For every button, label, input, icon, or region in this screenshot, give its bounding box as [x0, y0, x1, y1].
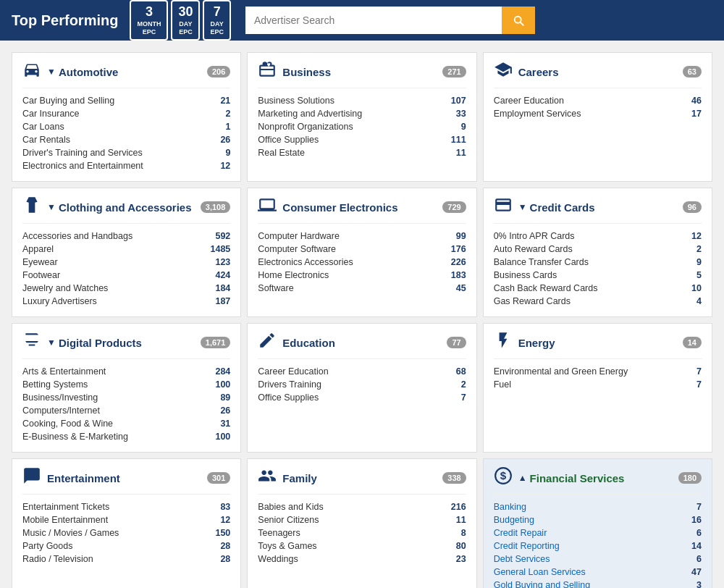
- sub-item[interactable]: Computer Hardware 99: [258, 230, 466, 243]
- sub-item[interactable]: Real Estate 11: [258, 146, 466, 159]
- sub-item[interactable]: Car Insurance 2: [22, 107, 230, 120]
- sub-item[interactable]: Business/Investing 89: [22, 391, 230, 404]
- sub-item-name: Apparel: [22, 244, 54, 254]
- sub-item[interactable]: Teenagers 8: [258, 526, 466, 539]
- sub-item[interactable]: E-Business & E-Marketing 100: [22, 430, 230, 443]
- sub-item[interactable]: Business Solutions 107: [258, 94, 466, 107]
- sub-item-name: Luxury Advertisers: [22, 296, 97, 306]
- sub-item[interactable]: Drivers Training 2: [258, 378, 466, 391]
- search-input[interactable]: [245, 7, 502, 34]
- sub-item[interactable]: Music / Movies / Games 150: [22, 526, 230, 539]
- sub-item[interactable]: Marketing and Advertising 33: [258, 107, 466, 120]
- sub-item[interactable]: Babies and Kids 216: [258, 500, 466, 513]
- sub-item[interactable]: Home Electronics 183: [258, 269, 466, 282]
- sub-item-count: 100: [209, 379, 230, 390]
- sub-item-count: 7: [680, 379, 702, 390]
- sub-item-count: 9: [209, 148, 230, 158]
- sub-item[interactable]: Balance Transfer Cards 9: [494, 256, 702, 269]
- sub-item-name: Teenagers: [258, 528, 300, 538]
- sub-item[interactable]: Cash Back Reward Cards 10: [494, 282, 702, 295]
- sub-item[interactable]: Banking 7: [494, 500, 702, 513]
- sub-item[interactable]: Toys & Games 80: [258, 539, 466, 553]
- sub-item-count: 8: [445, 528, 466, 538]
- sub-item[interactable]: 0% Intro APR Cards 12: [494, 230, 702, 243]
- cat-title[interactable]: Financial Services: [530, 472, 673, 484]
- sub-item-count: 2: [445, 379, 466, 390]
- sub-item[interactable]: Car Buying and Selling 21: [22, 94, 230, 107]
- cat-items: Environmental and Green Energy 7 Fuel 7: [494, 365, 702, 391]
- sub-item[interactable]: Car Loans 1: [22, 120, 230, 133]
- cat-items: Career Education 46 Employment Services …: [494, 94, 702, 120]
- sub-item[interactable]: Arts & Entertainment 284: [22, 365, 230, 378]
- cat-arrow: ▲: [518, 473, 527, 483]
- sub-item[interactable]: Office Supplies 111: [258, 133, 466, 146]
- sub-item[interactable]: Credit Reporting 14: [494, 539, 702, 553]
- sub-item[interactable]: Credit Repair 6: [494, 526, 702, 539]
- sub-item[interactable]: Computer Software 176: [258, 243, 466, 256]
- header: Top Performing 3 MONTHEPC 30 DAYEPC 7 DA…: [0, 0, 724, 41]
- sub-item[interactable]: Party Goods 28: [22, 539, 230, 553]
- sub-item[interactable]: Electronics Accessories 226: [258, 256, 466, 269]
- sub-item[interactable]: Betting Systems 100: [22, 378, 230, 391]
- cat-title[interactable]: Entertainment: [47, 472, 201, 484]
- sub-item[interactable]: Mobile Entertainment 12: [22, 513, 230, 526]
- sub-item[interactable]: Electronics and Entertainment 12: [22, 159, 230, 172]
- sub-item-name: Real Estate: [258, 148, 305, 158]
- cat-title[interactable]: Digital Products: [59, 337, 195, 349]
- search-button[interactable]: [502, 7, 535, 34]
- cat-title[interactable]: Education: [282, 337, 441, 349]
- sub-item[interactable]: Career Education 68: [258, 365, 466, 378]
- sub-item[interactable]: Radio / Television 28: [22, 553, 230, 566]
- cat-title[interactable]: Business: [282, 66, 437, 78]
- sub-item[interactable]: Debt Services 6: [494, 553, 702, 566]
- sub-item[interactable]: Employment Services 17: [494, 107, 702, 120]
- sub-item[interactable]: Luxury Advertisers 187: [22, 295, 230, 308]
- sub-item-count: 216: [445, 502, 466, 512]
- sub-item[interactable]: Auto Reward Cards 2: [494, 243, 702, 256]
- epc-3month-button[interactable]: 3 MONTHEPC: [130, 0, 168, 40]
- sub-item[interactable]: Jewelry and Watches 184: [22, 282, 230, 295]
- sub-item[interactable]: General Loan Services 47: [494, 566, 702, 579]
- sub-item[interactable]: Cooking, Food & Wine 31: [22, 417, 230, 430]
- cat-icon-automotive: [22, 60, 41, 83]
- sub-item[interactable]: Eyewear 123: [22, 256, 230, 269]
- sub-item[interactable]: Environmental and Green Energy 7: [494, 365, 702, 378]
- sub-item[interactable]: Gold Buying and Selling 3: [494, 579, 702, 588]
- epc-30day-button[interactable]: 30 DAYEPC: [171, 0, 200, 40]
- sub-item[interactable]: Footwear 424: [22, 269, 230, 282]
- cat-icon-clothing: [22, 196, 41, 219]
- cat-arrow: ▼: [47, 202, 56, 212]
- sub-item[interactable]: Software 45: [258, 282, 466, 295]
- sub-item[interactable]: Computers/Internet 26: [22, 404, 230, 417]
- sub-item[interactable]: Senior Citizens 11: [258, 513, 466, 526]
- sub-item[interactable]: Office Supplies 7: [258, 391, 466, 404]
- cat-title[interactable]: Clothing and Accessories: [59, 201, 195, 214]
- sub-item[interactable]: Entertainment Tickets 83: [22, 500, 230, 513]
- cat-badge: 96: [683, 201, 702, 213]
- sub-item-count: 14: [680, 541, 702, 551]
- sub-item-name: Debt Services: [494, 554, 550, 564]
- sub-item[interactable]: Business Cards 5: [494, 269, 702, 282]
- sub-item[interactable]: Driver's Training and Services 9: [22, 146, 230, 159]
- cat-title[interactable]: Consumer Electronics: [282, 201, 437, 214]
- sub-item-count: 187: [209, 296, 230, 306]
- sub-item-name: Music / Movies / Games: [22, 528, 119, 538]
- cat-title[interactable]: Careers: [518, 66, 677, 78]
- sub-item[interactable]: Career Education 46: [494, 94, 702, 107]
- sub-item[interactable]: Fuel 7: [494, 378, 702, 391]
- sub-item[interactable]: Budgeting 16: [494, 513, 702, 526]
- cat-header: ▼ Automotive 206: [22, 60, 230, 88]
- epc-7day-button[interactable]: 7 DAYEPC: [203, 0, 231, 40]
- sub-item[interactable]: Nonprofit Organizations 9: [258, 120, 466, 133]
- sub-item[interactable]: Car Rentals 26: [22, 133, 230, 146]
- sub-item-count: 2: [209, 109, 230, 119]
- sub-item-name: Business Solutions: [258, 96, 334, 106]
- sub-item[interactable]: Accessories and Handbags 592: [22, 230, 230, 243]
- cat-title[interactable]: Family: [282, 472, 437, 484]
- cat-title[interactable]: Automotive: [59, 66, 201, 78]
- sub-item[interactable]: Weddings 23: [258, 553, 466, 566]
- cat-title[interactable]: Energy: [518, 337, 677, 349]
- cat-title[interactable]: Credit Cards: [530, 201, 677, 214]
- sub-item[interactable]: Apparel 1485: [22, 243, 230, 256]
- sub-item[interactable]: Gas Reward Cards 4: [494, 295, 702, 308]
